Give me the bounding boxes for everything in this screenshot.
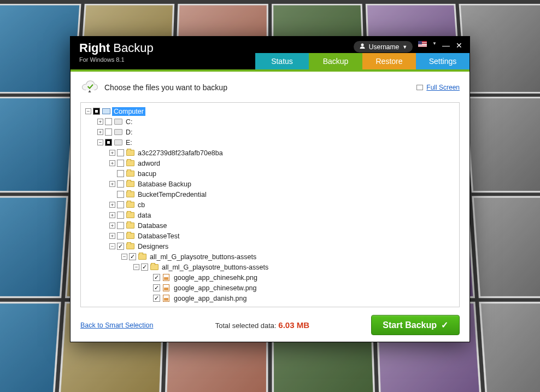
tree-node[interactable]: +D:	[83, 127, 457, 137]
expander-icon[interactable]: −	[109, 243, 115, 249]
checkbox[interactable]	[117, 222, 124, 229]
checkbox[interactable]	[117, 232, 124, 239]
tree-node[interactable]: +a3c22739d8f23afafb70e8ba	[83, 148, 457, 158]
png-icon	[162, 284, 171, 292]
start-backup-button[interactable]: Start Backup ✓	[371, 315, 460, 335]
tab-status[interactable]: Status	[255, 53, 309, 69]
svg-point-0	[361, 44, 363, 46]
tree-node[interactable]: +C:	[83, 116, 457, 127]
tree-node-label[interactable]: E:	[124, 138, 134, 147]
tree-node[interactable]: −E:	[83, 137, 457, 148]
expander-icon[interactable]	[109, 171, 115, 177]
tree-node-label[interactable]: a3c22739d8f23afafb70e8ba	[136, 149, 225, 157]
tree-node-label[interactable]: all_ml_G_playsotre_buttons-assets	[160, 263, 270, 272]
tree-node-label[interactable]: BucketTempCredential	[136, 190, 208, 199]
tree-node-label[interactable]: Designers	[136, 242, 170, 251]
expander-icon[interactable]: −	[85, 108, 91, 114]
checkbox[interactable]	[93, 108, 100, 115]
tree-node-label[interactable]: data	[136, 211, 152, 220]
tree-node[interactable]: +data	[83, 210, 457, 220]
tree-node[interactable]: google_app_chinesehk.png	[83, 272, 457, 283]
expander-icon[interactable]: −	[97, 139, 103, 145]
minimize-button[interactable]: —	[442, 41, 450, 50]
tree-node[interactable]: google_app_chinesetw.png	[83, 283, 457, 293]
tree-node-label[interactable]: DatabaseTest	[136, 232, 181, 241]
checkbox[interactable]	[117, 149, 124, 156]
checkbox[interactable]	[117, 170, 124, 177]
tree-node[interactable]: +Database	[83, 220, 457, 231]
tab-settings[interactable]: Settings	[416, 53, 469, 69]
tree-node-label[interactable]: cb	[136, 201, 146, 209]
expander-icon[interactable]: +	[109, 160, 115, 166]
expander-icon[interactable]: +	[109, 150, 115, 156]
tree-node[interactable]: −all_ml_G_playsotre_buttons-assets	[83, 251, 457, 262]
expander-icon[interactable]: −	[133, 264, 139, 270]
tab-backup[interactable]: Backup	[309, 53, 362, 69]
checkbox[interactable]	[117, 201, 124, 208]
close-button[interactable]: ✕	[455, 41, 463, 50]
checkbox[interactable]	[129, 253, 136, 260]
expander-icon[interactable]	[145, 295, 151, 301]
expander-icon[interactable]: −	[121, 254, 127, 260]
checkbox[interactable]	[105, 139, 112, 146]
tree-node[interactable]: −Designers	[83, 241, 457, 251]
tree-node-label[interactable]: google_app_chinesehk.png	[172, 273, 259, 282]
tree-node[interactable]: +DatabaseTest	[83, 231, 457, 241]
tree-node[interactable]: −all_ml_G_playsotre_buttons-assets	[83, 262, 457, 272]
tree-node[interactable]: google_app_danish.png	[83, 293, 457, 303]
tree-node-label[interactable]: bacup	[136, 169, 158, 178]
expander-icon[interactable]: +	[109, 212, 115, 218]
folder-icon	[126, 201, 134, 209]
expander-icon[interactable]: +	[109, 233, 115, 239]
user-dropdown[interactable]: Username ▼	[354, 41, 413, 52]
tree-node-label[interactable]: Database	[136, 221, 169, 230]
tree-node-label[interactable]: D:	[124, 128, 134, 137]
total-selected: Total selected data: 6.03 MB	[215, 320, 309, 330]
checkbox[interactable]	[117, 191, 124, 198]
checkbox[interactable]	[153, 295, 160, 302]
checkbox[interactable]	[105, 128, 112, 136]
brand: Right Backup For Windows 8.1	[79, 41, 154, 69]
tree-node[interactable]: +cb	[83, 200, 457, 210]
checkbox[interactable]	[117, 212, 124, 219]
checkbox[interactable]	[117, 180, 124, 188]
file-tree-scroll[interactable]: −Computer+C:+D:−E:+a3c22739d8f23afafb70e…	[81, 103, 459, 307]
expander-icon[interactable]	[145, 274, 151, 280]
tab-restore[interactable]: Restore	[362, 53, 416, 69]
expander-icon[interactable]: +	[97, 119, 103, 125]
tree-node[interactable]: −Computer	[83, 106, 457, 116]
tree-node-label[interactable]: all_ml_G_playsotre_buttons-assets	[148, 253, 258, 261]
total-selected-value: 6.03 MB	[278, 320, 309, 330]
checkbox[interactable]	[105, 118, 112, 125]
expander-icon[interactable]: +	[97, 129, 103, 135]
tree-node-label[interactable]: C:	[124, 118, 134, 126]
tree-node-label[interactable]: google_app_danish.png	[172, 294, 248, 303]
tree-node-label[interactable]: Batabase Backup	[136, 180, 193, 189]
expander-icon[interactable]	[145, 285, 151, 291]
tree-node[interactable]: BucketTempCredential	[83, 189, 457, 200]
folder-icon	[126, 232, 134, 240]
expander-icon[interactable]: +	[109, 223, 115, 229]
expander-icon[interactable]	[109, 191, 115, 197]
user-icon	[359, 43, 366, 51]
drive-icon	[114, 139, 122, 147]
checkbox[interactable]	[117, 160, 124, 167]
tree-node-label[interactable]: google_app_chinesetw.png	[172, 284, 259, 292]
expander-icon[interactable]: +	[109, 181, 115, 187]
tree-node[interactable]: bacup	[83, 168, 457, 179]
checkbox[interactable]	[117, 243, 124, 250]
checkbox[interactable]	[153, 274, 160, 281]
tree-node-label[interactable]: adword	[136, 159, 162, 168]
language-flag-dropdown[interactable]	[418, 41, 427, 47]
checkbox[interactable]	[153, 284, 160, 291]
expander-icon[interactable]: +	[109, 202, 115, 208]
tree-node-label[interactable]: Computer	[112, 107, 145, 116]
png-icon	[162, 295, 171, 302]
tree-node[interactable]: +Batabase Backup	[83, 179, 457, 189]
tree-node[interactable]: +adword	[83, 158, 457, 168]
fullscreen-link[interactable]: Full Screen	[426, 84, 460, 91]
folder-icon	[138, 253, 146, 261]
checkbox[interactable]	[141, 264, 148, 271]
page-title: Choose the files you want to backup	[104, 83, 227, 92]
back-to-smart-selection-link[interactable]: Back to Smart Selection	[80, 321, 153, 329]
